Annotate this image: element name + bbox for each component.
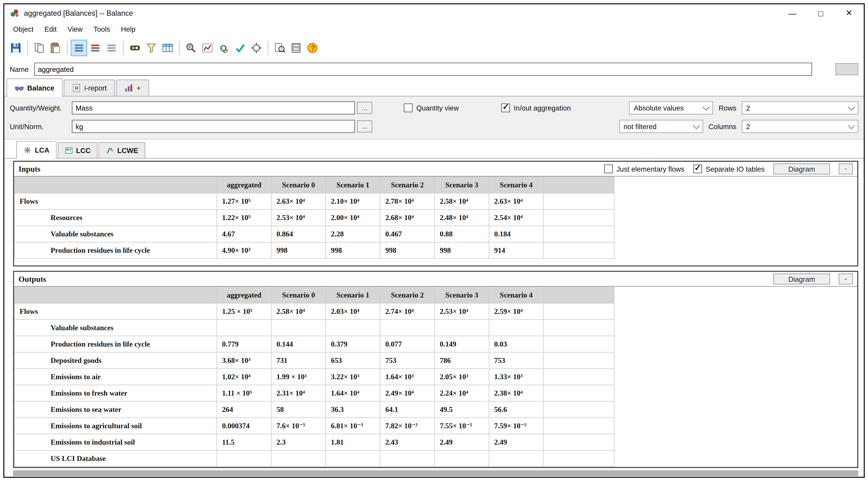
name-side-button[interactable] [835, 63, 858, 75]
quantity-weight-input[interactable] [72, 101, 355, 114]
minimize-button[interactable]: — [786, 8, 798, 18]
table-row[interactable]: Emissions to fresh water1.11 × 10⁵2.31× … [14, 385, 614, 401]
tab-ireport-label: i-report [84, 84, 107, 92]
table-row[interactable]: Flows1.27× 10⁵2.63× 10⁴2.10× 10⁴2.78× 10… [14, 193, 614, 209]
value-cell: 2.59× 10⁴ [489, 303, 544, 319]
toolbar: P Q [4, 36, 864, 60]
balance-view-red-button[interactable] [87, 40, 103, 56]
column-header: Scenario 3 [435, 177, 489, 193]
table-row[interactable]: US LCI Database [14, 450, 614, 467]
outputs-collapse-button[interactable]: - [839, 274, 853, 284]
table-row[interactable]: Valuable substances4.670.8642.280.4670.8… [14, 226, 614, 242]
presentation-icon [130, 42, 141, 53]
table-row[interactable]: Production residues in life cycle0.7790.… [14, 336, 614, 352]
table-row[interactable]: Deposited goods3.68× 10³731653753786753 [14, 352, 614, 369]
quantity-weight-label: Quantity/Weight. [10, 104, 72, 112]
value-cell: 64.1 [380, 401, 435, 418]
column-header: aggregated [217, 177, 272, 193]
value-cell: 998 [380, 242, 435, 258]
row-label: Emissions to sea water [14, 401, 217, 418]
table-row[interactable]: Flows1.25 × 10⁵2.58× 10⁴2.03× 10⁴2.74× 1… [14, 303, 614, 319]
value-cell: 786 [435, 352, 489, 369]
inout-aggregation-checkbox-group[interactable]: In/out aggregation [501, 104, 571, 112]
filter-dropdown[interactable]: not filtered [619, 120, 703, 133]
paste-button[interactable] [48, 40, 64, 56]
tab-balance[interactable]: Balance [6, 79, 62, 96]
lcwe-icon [106, 146, 114, 154]
filter-button[interactable] [143, 40, 159, 56]
just-elementary-checkbox[interactable] [604, 165, 613, 173]
chevron-down-icon [848, 122, 855, 129]
presentation-button[interactable] [127, 40, 143, 56]
lca-icon [24, 146, 32, 154]
balance-view-blue-button[interactable] [71, 40, 87, 56]
unit-browse-button[interactable]: ... [357, 120, 372, 133]
rows-dropdown[interactable]: 2 [742, 101, 859, 114]
columns-dropdown[interactable]: 2 [742, 120, 859, 133]
menu-edit[interactable]: Edit [39, 23, 62, 34]
table-row[interactable]: Emissions to sea water2645836.364.149.55… [14, 401, 614, 418]
menu-tools[interactable]: Tools [88, 23, 116, 34]
help-icon: ? [307, 42, 318, 53]
outputs-diagram-button[interactable]: Diagram [773, 274, 830, 284]
row-label: Emissions to fresh water [14, 385, 217, 401]
print-button[interactable] [288, 40, 304, 56]
target-button[interactable] [248, 40, 265, 56]
absolute-values-dropdown[interactable]: Absolute values [629, 101, 713, 114]
table-row[interactable]: Valuable substances [14, 319, 614, 336]
name-input[interactable] [34, 63, 812, 76]
menu-view[interactable]: View [62, 23, 88, 34]
tab-ireport[interactable]: R i-report [64, 80, 115, 96]
value-cell: 2.43 [380, 434, 435, 450]
quantity-button[interactable]: Q [216, 40, 232, 56]
table-row[interactable]: Emissions to industrial soil11.52.31.812… [14, 434, 614, 450]
menu-help[interactable]: Help [116, 23, 141, 34]
maximize-button[interactable]: □ [815, 8, 827, 18]
separate-io-checkbox-group[interactable]: Separate IO tables [693, 165, 765, 173]
outputs-title: Outputs [19, 275, 46, 284]
menu-object[interactable]: Object [7, 23, 39, 34]
tab-lcwe[interactable]: LCWE [99, 142, 145, 158]
copy-button[interactable] [31, 40, 48, 56]
tab-lcc[interactable]: LCC [58, 142, 98, 158]
balance-view-gray-button[interactable] [103, 40, 120, 56]
inout-aggregation-checkbox[interactable] [501, 104, 510, 112]
quantity-view-checkbox-group[interactable]: Quantity view [404, 104, 459, 112]
quantity-browse-button[interactable]: ... [357, 102, 372, 114]
value-cell [326, 319, 380, 336]
table-row[interactable]: Resources1.22× 10⁵2.53× 10⁴2.00× 10⁴2.68… [14, 209, 614, 226]
unit-norm-input[interactable] [72, 120, 355, 133]
column-header: Scenario 4 [489, 287, 544, 303]
close-button[interactable]: ✕ [843, 8, 855, 18]
print-preview-button[interactable] [272, 40, 288, 56]
verify-button[interactable] [232, 40, 248, 56]
value-cell: 0.88 [435, 226, 489, 242]
value-cell: 1.64× 10⁴ [326, 385, 380, 401]
save-button[interactable] [7, 40, 24, 56]
inputs-diagram-button[interactable]: Diagram [773, 164, 830, 174]
table-row[interactable]: Emissions to air1.02× 10⁴1.99 × 10³3.22×… [14, 369, 614, 385]
column-header: Scenario 2 [380, 177, 435, 193]
table-view-button[interactable] [159, 40, 176, 56]
table-row[interactable]: Production residues in life cycle4.90× 1… [14, 242, 614, 258]
value-cell: 7.55× 10⁻⁵ [435, 418, 489, 434]
tab-new-chart[interactable]: + [116, 80, 149, 96]
paste-icon [50, 42, 61, 53]
horizontal-scrollbar[interactable] [13, 470, 858, 476]
value-cell: 998 [271, 242, 326, 258]
tab-lca[interactable]: LCA [16, 141, 57, 159]
search-process-button[interactable]: P [183, 40, 199, 56]
bar-chart-icon [124, 83, 133, 92]
table-row[interactable]: Emissions to agricultural soil0.0003747.… [14, 418, 614, 434]
window-title: aggregated [Balances] -- Balance [24, 9, 133, 17]
separate-io-checkbox[interactable] [693, 165, 702, 173]
help-button[interactable]: ? [304, 40, 321, 56]
quantity-view-checkbox[interactable] [404, 104, 413, 112]
column-header: Scenario 4 [489, 177, 544, 193]
value-cell [380, 450, 435, 467]
just-elementary-checkbox-group[interactable]: Just elementary flows [604, 165, 684, 173]
value-cell: 2.54× 10⁴ [489, 209, 544, 226]
inputs-collapse-button[interactable]: - [839, 164, 853, 174]
value-cell: 0.077 [380, 336, 435, 352]
chart-button[interactable] [199, 40, 216, 56]
